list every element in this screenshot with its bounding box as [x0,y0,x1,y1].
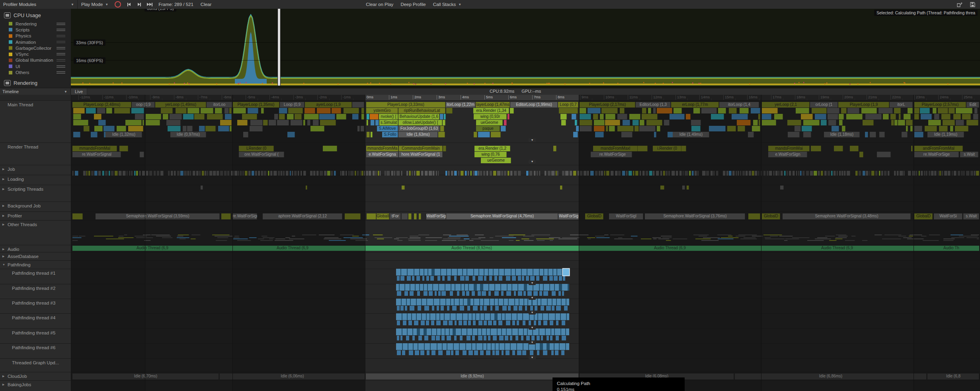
show-more-expander[interactable]: ▼ [529,340,536,344]
timeline-block[interactable]: re.WaitForSige [593,152,632,157]
timeline-block[interactable] [385,171,386,176]
timeline-block[interactable] [352,114,359,119]
timeline-block[interactable] [914,132,923,137]
timeline-block[interactable] [817,237,828,238]
timeline-block[interactable] [951,235,963,235]
timeline-block[interactable] [920,108,930,113]
pathfinding-sample[interactable] [403,343,408,350]
timeline-block[interactable] [371,120,375,125]
timeline-block[interactable] [438,132,445,137]
timeline-block[interactable] [908,108,913,113]
timeline-block[interactable] [580,120,592,125]
timeline-block[interactable] [759,120,760,125]
timeline-block[interactable] [184,171,187,176]
timeline-block[interactable] [742,171,745,176]
timeline-block[interactable] [481,240,499,241]
timeline-block[interactable] [594,126,604,131]
timeline-block[interactable] [796,108,809,113]
timeline-block[interactable] [443,120,445,125]
pathfinding-sample[interactable] [480,299,483,305]
pathfinding-sample[interactable] [402,350,406,355]
timeline-block[interactable]: erLoop (1,77m [671,102,719,108]
pathfinding-sample[interactable] [518,276,521,281]
pathfinding-sample[interactable] [472,336,475,340]
timeline-block[interactable] [721,237,739,238]
pathfinding-sample[interactable] [446,299,450,305]
pathfinding-sample[interactable] [460,306,464,311]
timeline-block[interactable] [255,171,258,176]
timeline-block[interactable] [806,171,810,176]
pathfinding-sample[interactable] [433,284,438,291]
timeline-block[interactable] [367,114,369,119]
timeline-block[interactable] [939,126,948,131]
timeline-block[interactable] [410,237,421,238]
pathfinding-sample[interactable] [489,284,494,291]
pathfinding-sample[interactable] [430,313,435,320]
timeline-block[interactable] [729,171,732,176]
timeline-block[interactable] [738,126,745,131]
pathfinding-sample[interactable] [530,350,533,355]
pathfinding-sample[interactable] [513,306,517,311]
timeline-block[interactable] [841,171,843,176]
pathfinding-sample[interactable] [480,313,484,320]
pathfinding-sample[interactable] [514,291,516,296]
pathfinding-sample[interactable] [466,343,471,350]
pathfinding-sample[interactable] [482,291,486,296]
deep-profile-button[interactable]: Deep Profile [397,0,429,9]
pathfinding-sample[interactable] [422,299,426,305]
timeline-block[interactable] [875,171,878,176]
timeline-block[interactable] [394,239,399,239]
timeline-block[interactable] [767,171,768,176]
pathfinding-sample[interactable] [456,328,461,335]
pathfinding-sample[interactable] [472,313,476,320]
timeline-block[interactable] [526,171,529,176]
timeline-block[interactable]: tFor [390,213,401,219]
timeline-block[interactable]: CommandsFromMain [399,146,443,151]
timeline-block[interactable] [187,171,189,176]
timeline-block[interactable] [755,171,757,176]
timeline-block[interactable] [510,108,514,113]
timeline-block[interactable] [765,237,771,238]
timeline-block[interactable] [605,114,615,119]
timeline-block[interactable] [281,171,282,176]
thread-row-threaded-graph-upd-[interactable]: Threaded Graph Upd... [0,358,71,372]
timeline-block[interactable]: e.WaitForSign [768,152,807,157]
pathfinding-sample[interactable] [480,306,482,311]
timeline-block[interactable] [367,120,368,125]
timeline-block[interactable]: Semaphore.WaitForSignal (4,76ms) [446,213,558,219]
pathfinding-sample[interactable] [540,269,543,276]
timeline-block[interactable] [621,132,633,137]
timeline-block[interactable] [313,171,315,176]
timeline-block[interactable] [514,171,517,176]
show-more-expander[interactable]: ▼ [529,138,536,142]
timeline-block[interactable] [443,146,446,151]
timeline-block[interactable] [88,171,90,176]
timeline-block[interactable]: Semaphore.WaitForSignal (3,48ms) [783,213,911,219]
pathfinding-sample[interactable] [543,291,548,296]
timeline-block[interactable] [478,171,480,176]
timeline-block[interactable] [320,120,336,125]
pathfinding-sample[interactable] [402,313,407,320]
pathfinding-sample[interactable] [494,269,498,276]
timeline-block[interactable] [373,171,375,176]
timeline-block[interactable] [877,152,891,157]
pathfinding-sample[interactable] [501,291,504,296]
timeline-block[interactable] [679,171,682,176]
timeline-block[interactable] [640,171,641,176]
timeline-block[interactable] [125,120,142,125]
timeline-block[interactable]: WaitForSigl [609,213,643,219]
pathfinding-sample[interactable] [539,328,545,335]
timeline-block[interactable]: PlayerLoop (1,35ms) [232,102,279,108]
timeline-block[interactable] [72,237,82,238]
pathfinding-sample[interactable] [496,350,499,355]
timeline-block[interactable] [956,120,964,125]
timeline-block[interactable] [529,171,533,176]
timeline-block[interactable]: WaitForSig [558,213,579,219]
pathfinding-sample[interactable] [535,306,537,311]
timeline-block[interactable]: riptRunBehaviourLat [398,108,445,113]
timeline-block[interactable] [344,237,363,238]
timeline-block[interactable] [718,108,726,113]
timeline-block[interactable] [802,126,812,131]
foldout-collapsed-icon[interactable]: ▶ [2,178,4,181]
timeline-block[interactable] [317,108,331,113]
